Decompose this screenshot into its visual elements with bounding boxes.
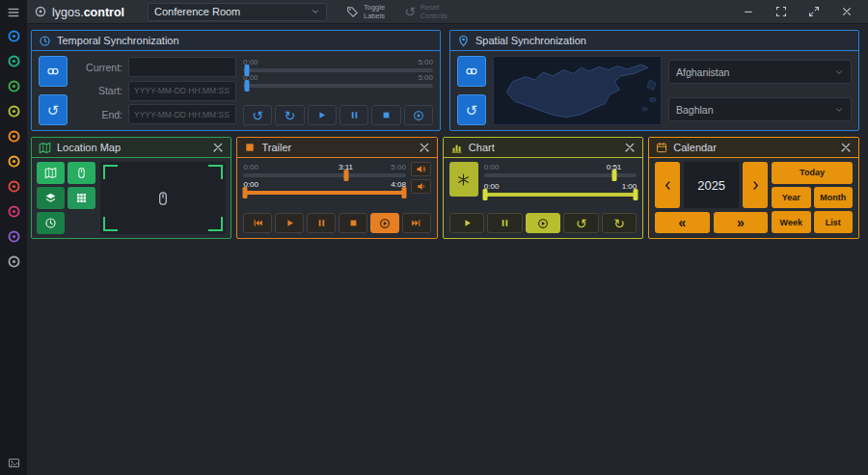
main-canvas: Temporal Synchronization ↺ Current: (27, 24, 868, 475)
slider-labels: 0:00 5:00 (243, 57, 433, 66)
range-start-thumb[interactable] (243, 187, 248, 198)
device-icon-purple[interactable] (7, 229, 21, 244)
device-icon-blue[interactable] (7, 29, 21, 43)
end-datetime-input[interactable] (128, 104, 236, 124)
trailer-play-button[interactable] (275, 213, 304, 233)
temporal-sync-header: Temporal Synchronization (32, 31, 440, 51)
temporal-play-button[interactable] (308, 105, 337, 125)
pointer-mode-button[interactable] (68, 162, 95, 184)
image-panel-icon[interactable] (8, 457, 20, 469)
link-icon (465, 65, 478, 78)
minimize-icon (743, 6, 754, 17)
calendar-view-week-button[interactable]: Week (772, 211, 811, 233)
temporal-reset-button[interactable]: ↺ (39, 94, 68, 125)
minimize-button[interactable] (737, 2, 760, 21)
calendar-next-button[interactable] (743, 162, 768, 208)
grid-button[interactable] (68, 187, 95, 209)
chevrons-right-icon: » (737, 215, 745, 230)
calendar-view-today-button[interactable]: Today (772, 162, 853, 184)
slider-thumb[interactable] (244, 80, 249, 92)
slider-track[interactable] (243, 191, 405, 195)
current-datetime-input[interactable] (128, 57, 236, 77)
layers-button[interactable] (37, 187, 65, 209)
device-icon-amber[interactable] (7, 154, 21, 169)
spatial-reset-button[interactable]: ↺ (457, 94, 486, 125)
panel-title: Chart (469, 142, 495, 153)
range-end-thumb[interactable] (633, 189, 637, 200)
trailer-seek-slider[interactable]: 0:00 3:11 5:00 (243, 162, 405, 177)
region-select[interactable]: Baghlan (668, 97, 852, 121)
viewport-corner (208, 217, 223, 231)
slider-track[interactable] (243, 84, 433, 88)
chart-pause-button[interactable] (487, 213, 522, 233)
device-icon-green[interactable] (7, 79, 21, 93)
calendar-view-month-button[interactable]: Month (814, 187, 854, 209)
volume-down-button[interactable] (411, 179, 431, 194)
play-icon (285, 218, 295, 228)
device-icon-gray[interactable] (7, 254, 21, 269)
country-select[interactable]: Afghanistan (668, 60, 852, 84)
app-window: lygos.control Conference Room ToggleLabe… (0, 0, 868, 475)
temporal-slider-current[interactable]: 0:00 5:00 (243, 57, 433, 72)
map-mode-button[interactable] (37, 162, 65, 184)
calendar-skip-forward-button[interactable]: » (714, 212, 768, 233)
tools-crossed-icon[interactable] (840, 142, 852, 153)
range-end-thumb[interactable] (402, 187, 407, 198)
toggle-labels-button[interactable]: ToggleLabels (346, 3, 385, 20)
device-icon-red[interactable] (7, 179, 21, 194)
start-datetime-input[interactable] (128, 81, 236, 101)
temporal-pause-button[interactable] (339, 105, 368, 125)
device-icon-orange[interactable] (7, 129, 21, 144)
logo-icon (34, 5, 47, 18)
device-icon-magenta[interactable] (7, 204, 21, 219)
slider-track[interactable] (484, 173, 637, 177)
calendar-view-year-button[interactable]: Year (772, 187, 811, 209)
chart-rotate-ccw-button[interactable]: ↺ (563, 213, 598, 233)
chart-header: Chart (444, 138, 642, 158)
device-icon-lime[interactable] (7, 104, 21, 119)
temporal-loop-play-button[interactable] (404, 105, 433, 125)
tools-crossed-icon[interactable] (419, 142, 430, 153)
temporal-link-button[interactable] (39, 56, 68, 87)
trailer-stop-button[interactable] (339, 213, 367, 233)
chart-range-slider[interactable]: 0:00 1:00 (484, 181, 637, 197)
tools-crossed-icon[interactable] (212, 142, 224, 153)
trailer-skip-forward-button[interactable] (402, 213, 431, 233)
calendar-skip-back-button[interactable]: « (655, 212, 709, 233)
map-viewport[interactable] (100, 162, 226, 234)
fullscreen-button[interactable] (802, 2, 826, 21)
fit-screen-button[interactable] (770, 2, 793, 21)
slider-end-label: 5:00 (418, 58, 433, 66)
menu-icon[interactable] (7, 6, 20, 19)
calendar-view-list-button[interactable]: List (814, 211, 854, 233)
trailer-pause-button[interactable] (307, 213, 336, 233)
tools-crossed-icon[interactable] (624, 142, 636, 153)
trailer-skip-back-button[interactable] (243, 213, 272, 233)
room-selector[interactable]: Conference Room (148, 3, 327, 21)
slider-track[interactable] (484, 193, 637, 197)
slider-labels: 0:00 3:11 5:00 (243, 162, 405, 172)
chart-loop-play-button[interactable] (526, 213, 560, 233)
volume-up-button[interactable] (411, 162, 431, 176)
temporal-stop-button[interactable] (371, 105, 400, 125)
spatial-link-button[interactable] (457, 56, 486, 87)
slider-thumb[interactable] (611, 170, 616, 181)
range-start-thumb[interactable] (483, 189, 488, 200)
trailer-range-slider[interactable]: 0:00 4:08 (243, 179, 405, 195)
chart-seek-slider[interactable]: 0:00 0:51 (484, 162, 637, 177)
close-button[interactable] (835, 2, 858, 21)
temporal-rotate-cw-button[interactable]: ↻ (275, 105, 304, 125)
temporal-rotate-ccw-button[interactable]: ↺ (243, 105, 272, 125)
time-button[interactable] (37, 212, 65, 234)
chart-play-button[interactable] (449, 213, 484, 233)
spatial-map[interactable] (493, 56, 662, 125)
calendar-prev-button[interactable] (655, 162, 680, 208)
device-icon-teal[interactable] (7, 54, 21, 68)
temporal-slider-range[interactable]: 0:00 5:00 (243, 72, 433, 88)
reset-controls-button[interactable]: ↺ ResetControls (404, 3, 448, 20)
slider-track[interactable] (243, 173, 405, 177)
freeze-button[interactable] (449, 162, 478, 197)
chart-rotate-cw-button[interactable]: ↻ (602, 213, 637, 233)
trailer-loop-play-button[interactable] (370, 213, 399, 233)
pause-icon (349, 110, 360, 120)
